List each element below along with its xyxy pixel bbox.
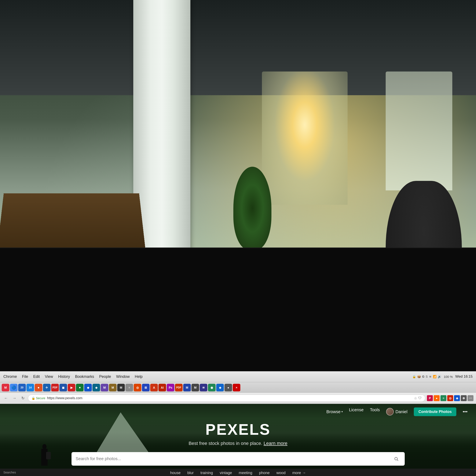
menu-file[interactable]: File [22,374,28,379]
app15-icon[interactable]: M [117,384,125,391]
menu-window[interactable]: Window [116,374,130,379]
macos-status-area: 🔒 📦 G S ≋ 📶 🔊 100 % Wed 16:15 [412,374,473,379]
back-button[interactable]: ← [2,395,9,402]
app26-icon[interactable]: ◉ [208,384,216,391]
app28-icon[interactable]: ● [224,384,232,391]
pexels-hero-section: PEXELS Best free stock photos in one pla… [0,421,476,476]
menu-view[interactable]: View [45,374,53,379]
chrome-icon[interactable]: 🔵 [10,384,17,391]
app17-icon[interactable]: ◎ [134,384,141,391]
laptop-screen-frame: Chrome File Edit View History Bookmarks … [0,248,476,476]
app21-icon[interactable]: Ps [167,384,174,391]
extensions-bar: P ● ≡ ◎ ◈ ⊕ ⋯ [427,395,474,401]
ext-2-icon[interactable]: ● [434,395,440,401]
system-tray-icons: 🔒 📦 G S ≋ 📶 🔊 [412,375,441,378]
browse-nav-link[interactable]: Browse ▾ [326,408,343,416]
forward-button[interactable]: → [11,395,18,402]
svg-line-1 [397,460,398,461]
app-icons-row: M 🔵 20 14 ● ✈ PDF ◼ ▶ [0,382,476,393]
pdf-icon[interactable]: PDF [51,384,59,391]
url-bar[interactable]: 🔒 Secure https://www.pexels.com ☆ 🛡 [28,394,425,402]
menu-help[interactable]: Help [135,374,143,379]
sheets-icon[interactable]: ■ [76,384,84,391]
office-window-right [386,71,452,191]
address-right-actions: ☆ 🛡 [414,396,422,400]
tools-nav-link[interactable]: Tools [370,408,380,416]
clock: Wed 16:15 [455,374,473,379]
telegram-icon[interactable]: ✈ [43,384,51,391]
app24-icon[interactable]: M [191,384,199,391]
macos-menubar: Chrome File Edit View History Bookmarks … [0,371,476,382]
more-options-icon[interactable]: ••• [463,408,468,416]
ext-6-icon[interactable]: ⊕ [461,395,467,401]
app11-icon[interactable]: ◆ [84,384,92,391]
menu-chrome[interactable]: Chrome [3,374,17,379]
user-name: Daniel [395,409,408,414]
macos-menu-items: Chrome File Edit View History Bookmarks … [3,374,143,379]
bookmark-star-icon[interactable]: ☆ [414,396,417,400]
menu-people[interactable]: People [99,374,111,379]
menu-history[interactable]: History [58,374,70,379]
pexels-nav-links: Browse ▾ License Tools Daniel Contribute… [326,408,468,416]
shield-icon: 🛡 [418,396,422,400]
app5-icon[interactable]: ● [35,384,42,391]
ext-4-icon[interactable]: ◎ [447,395,453,401]
license-nav-link[interactable]: License [349,408,364,416]
ext-3-icon[interactable]: ≡ [441,395,446,401]
reload-button[interactable]: ↻ [19,395,26,402]
app8-icon[interactable]: ◼ [59,384,67,391]
user-avatar [386,408,394,415]
chrome-addressbar: ← → ↻ 🔒 Secure https://www.pexels.com ☆ … [0,393,476,404]
screen-content: Chrome File Edit View History Bookmarks … [0,371,476,476]
pexels-logo: PEXELS [205,421,271,438]
app18-icon[interactable]: ⊞ [142,384,150,391]
youtube-icon[interactable]: ▶ [68,384,75,391]
suggestion-meeting[interactable]: meeting [237,470,254,476]
secure-indicator: 🔒 Secure [32,396,45,400]
svg-point-0 [394,457,397,460]
pexels-navbar: Browse ▾ License Tools Daniel Contribute… [0,404,476,420]
pexels-tagline: Best free stock photos in one place. Lea… [188,441,287,446]
more-extensions-btn[interactable]: ⋯ [468,395,474,401]
app27-icon[interactable]: ◈ [216,384,224,391]
secure-label: Secure [36,396,45,400]
search-submit-button[interactable] [392,455,400,463]
app13-icon[interactable]: M [101,384,108,391]
contribute-photos-button[interactable]: Contribute Photos [414,408,456,416]
suggestion-wood[interactable]: wood [275,470,287,476]
pexels-website: Browse ▾ License Tools Daniel Contribute… [0,404,476,476]
suggestion-phone[interactable]: phone [257,470,272,476]
plant-leaves [233,167,272,250]
gmail-icon[interactable]: M [2,384,9,391]
pexels-search-bar[interactable] [71,452,405,466]
browse-dropdown-icon: ▾ [341,410,343,413]
app22-icon[interactable]: PDF [175,384,183,391]
app20-icon[interactable]: Ai [158,384,166,391]
suggestion-training[interactable]: training [199,470,215,476]
calendar2-icon[interactable]: 14 [26,384,34,391]
app19-icon[interactable]: A [150,384,158,391]
app14-icon[interactable]: M [109,384,117,391]
lock-icon: 🔒 [32,396,35,400]
app23-icon[interactable]: M [183,384,191,391]
app12-icon[interactable]: ◈ [92,384,100,391]
search-input[interactable] [76,456,390,461]
search-suggestions: house blur training vintage meeting phon… [168,470,307,476]
suggestion-vintage[interactable]: vintage [218,470,234,476]
ext-pinterest-icon[interactable]: P [427,395,433,401]
search-icon [394,457,399,461]
app16-icon[interactable]: ≡ [125,384,133,391]
calendar-icon[interactable]: 20 [18,384,26,391]
close-tab-btn[interactable]: × [233,384,240,391]
learn-more-link[interactable]: Learn more [264,441,288,446]
user-profile-nav[interactable]: Daniel [386,408,408,416]
app25-icon[interactable]: ≋ [200,384,207,391]
url-text[interactable]: https://www.pexels.com [47,396,82,400]
menu-bookmarks[interactable]: Bookmarks [75,374,94,379]
suggestion-more[interactable]: more → [291,470,308,476]
menu-edit[interactable]: Edit [33,374,40,379]
suggestion-house[interactable]: house [168,470,182,476]
battery-indicator: 100 % [444,375,453,378]
suggestion-blur[interactable]: blur [186,470,195,476]
ext-5-icon[interactable]: ◈ [454,395,460,401]
